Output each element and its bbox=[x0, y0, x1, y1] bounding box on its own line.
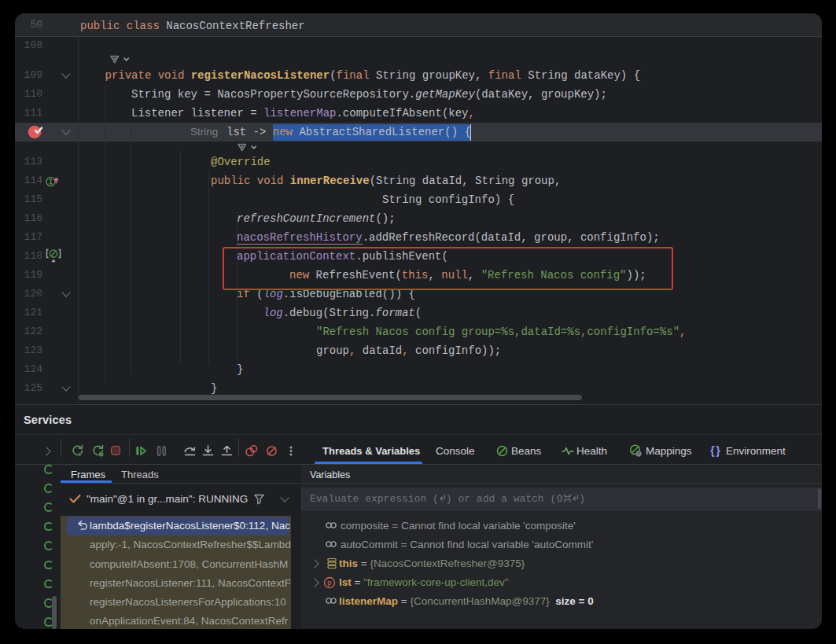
svg-text:p: p bbox=[327, 578, 331, 587]
